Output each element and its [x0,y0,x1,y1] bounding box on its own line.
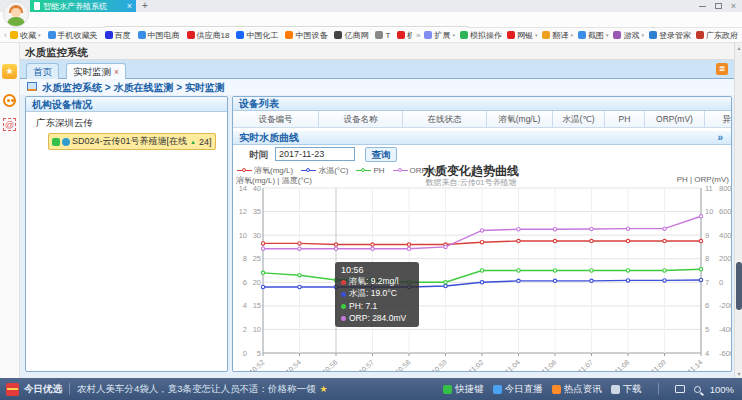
series-point-1 [553,279,556,282]
bookmark-ext-1[interactable]: 模拟操作 [460,30,502,41]
bookmark-7[interactable]: 亿商网 [334,30,368,41]
date-input[interactable]: 2017-11-23 [275,147,355,161]
tab-home-label: 首页 [33,66,52,77]
bookmarks-collapse-icon[interactable]: ‹ [0,30,10,40]
bookmark-9[interactable]: 机电之家 [397,30,412,41]
bookmark-4[interactable]: 供应商18 [187,30,230,41]
series-point-3 [334,247,337,250]
zoom-level[interactable]: 100% [710,384,734,395]
bookmark-6[interactable]: 中国设备 [285,30,327,41]
series-point-3 [371,247,374,250]
bookmark-8[interactable]: T [375,31,390,40]
axis-tick-label: 800 [719,184,732,193]
bookmark-ext-5[interactable]: 游戏▾ [613,30,644,41]
browser-tab[interactable]: 智能水产养殖系统 × [30,0,136,12]
water-quality-chart: 溶氧(mg/L)水温(°C)PHORP(mV) 水质变化趋势曲线 数据来自:云传… [233,163,732,371]
bookmark-label: 游戏 [623,30,639,41]
bookmark-favicon [236,31,244,39]
device-column-header: 在线状态 [403,111,487,127]
panel-toggle-icon[interactable] [675,385,685,393]
chevron-down-icon: ▾ [535,32,538,38]
bookmark-ext-2[interactable]: 网银▾ [507,30,538,41]
maximize-icon[interactable] [715,3,722,9]
status-item-2[interactable]: 热点资讯 [552,383,602,396]
daily-picks-label[interactable]: 今日优选 [24,383,62,396]
left-axis-caption: 溶氧(mg/L) | 温度(°C) [236,175,312,186]
bookmark-favicon [578,31,586,39]
tab-realtime-monitor[interactable]: 实时监测× [66,63,126,79]
bookmark-label: 供应商18 [197,30,230,41]
bookmark-0[interactable]: 收藏▾ [10,30,41,41]
tree-root-node[interactable]: 广东深圳云传 [36,117,227,130]
tooltip-rows: 溶氧: 9.2mg/l水温: 19.0°CPH: 7.1ORP: 284.0mV [341,276,413,324]
series-point-0 [590,239,593,242]
axis-tick-label: 10:54 [284,358,302,371]
page-scrollbar[interactable]: ▴ ▾ [734,43,742,378]
window-close-icon[interactable]: × [731,2,736,11]
bookmarks-overflow-icon[interactable]: » [412,31,424,40]
series-point-2 [590,269,593,272]
new-tab-button[interactable]: + [142,0,148,12]
scroll-down-icon[interactable]: ▾ [735,370,742,377]
bookmark-2[interactable]: 百度 [105,30,131,41]
tab-bar-menu-icon[interactable]: ≣ [716,63,728,75]
series-point-0 [699,239,702,242]
tab-realtime-label: 实时监测 [73,66,111,77]
daily-picks-icon[interactable] [6,383,19,396]
series-point-3 [517,228,520,231]
status-item-3[interactable]: 下载 [611,383,642,396]
axis-tick-label: -600 [719,349,732,358]
bookmark-ext-4[interactable]: 截图▾ [578,30,609,41]
tooltip-row: PH: 7.1 [341,300,413,312]
axis-tick-label: 10:56 [321,358,339,371]
status-item-1[interactable]: 今日直播 [493,383,543,396]
minimize-icon[interactable] [699,6,706,7]
browser-toolbar: ‹ › ↻ ⌂ http://139.196.198.48:8080/yyb/i… [0,12,742,28]
device-node-count: 24] [199,137,212,147]
zoom-search-icon[interactable] [694,386,701,393]
chevron-down-icon: ▾ [641,32,644,38]
query-button[interactable]: 查询 [365,147,397,162]
bookmark-5[interactable]: 中国化工 [236,30,278,41]
bookmark-favicon [285,31,293,39]
axis-tick-label: -400 [719,325,732,334]
status-item-0[interactable]: 快捷键 [443,383,484,396]
web-page: 水质监控系统 首页 实时监测× ≣ 水质监控系统 > 水质在线监测 > 实时监测… [20,43,742,378]
series-point-3 [480,229,483,232]
user-avatar[interactable] [3,1,29,27]
panel-collapse-icon[interactable]: » [717,131,723,145]
series-point-0 [480,241,483,244]
axis-tick-label: 400 [719,231,732,240]
series-point-2 [444,281,447,284]
bookmark-ext-7[interactable]: 广东政府 [696,30,738,41]
weibo-icon[interactable] [3,94,16,107]
bookmark-1[interactable]: 手机收藏夹 [48,30,98,41]
bookmark-label: 广东政府 [706,30,738,41]
device-column-header: PH [605,111,645,127]
axis-tick-label: 20 [253,278,261,287]
favorites-star-icon[interactable]: ★ [2,64,17,79]
bookmark-3[interactable]: 中国电商 [138,30,180,41]
bookmark-favicon [696,31,704,39]
mail-at-icon[interactable]: @ [3,118,16,131]
tree-device-node-selected[interactable]: SD024-云传01号养殖塘[在线 ▲ 24] [48,133,216,150]
bookmark-ext-3[interactable]: 翻译▾ [542,30,573,41]
chart-plot[interactable]: 1440118001235106001030940082582006207041… [233,163,732,371]
axis-tick-label: 9 [705,231,709,240]
tab-close-icon[interactable]: × [127,2,132,11]
browser-window: 智能水产养殖系统 × + × ‹ › ↻ ⌂ http://139.196.19… [0,0,742,400]
series-point-2 [699,268,702,271]
news-ticker[interactable]: 农村人美车分4袋人，竟3条变怎让人员不适：价格称一领 [77,383,316,396]
bookmark-ext-6[interactable]: 登录管家 [649,30,691,41]
scroll-up-icon[interactable]: ▴ [735,44,742,51]
tooltip-value: ORP: 284.0mV [349,313,406,323]
series-point-0 [663,239,666,242]
tab-close-icon[interactable]: × [114,67,119,77]
axis-tick-label: 7 [705,278,709,287]
scrollbar-thumb[interactable] [736,262,742,310]
axis-tick-label: 11:09 [650,358,667,371]
tab-home[interactable]: 首页 [26,63,59,79]
bookmark-ext-0[interactable]: 扩展▾ [424,30,455,41]
tooltip-series-dot [341,316,346,321]
series-point-0 [553,239,556,242]
